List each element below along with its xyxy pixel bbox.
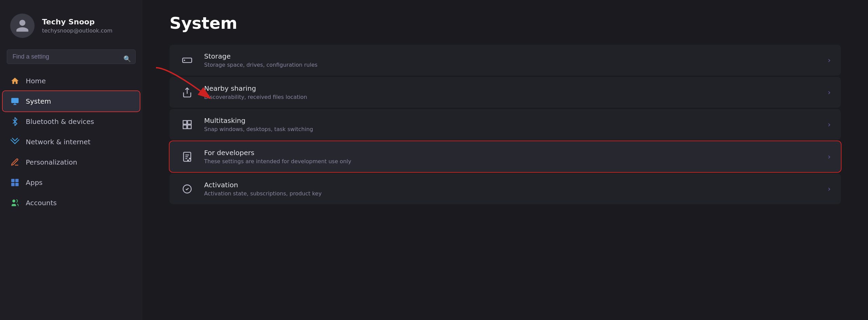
sidebar-item-home[interactable]: Home [3,71,140,91]
nearby-sharing-text: Nearby sharing Discoverability, received… [204,84,818,100]
storage-icon [180,53,195,68]
sidebar: Techy Snoop techysnoop@outlook.com 🔍 Hom… [0,0,142,320]
multitasking-icon [180,117,195,132]
sidebar-item-network[interactable]: Network & internet [3,132,140,152]
sidebar-item-accounts-label: Accounts [26,199,57,207]
sidebar-item-network-label: Network & internet [26,138,91,146]
nearby-sharing-desc: Discoverability, received files location [204,94,818,100]
setting-item-activation[interactable]: Activation Activation state, subscriptio… [170,173,841,204]
setting-item-for-developers[interactable]: For developers These settings are intend… [170,141,841,172]
svg-rect-14 [183,125,187,129]
svg-rect-0 [11,98,19,103]
activation-icon [180,182,195,196]
svg-point-7 [12,199,15,202]
multitasking-title: Multitasking [204,116,818,125]
home-svg [11,77,19,85]
accounts-icon [10,198,20,208]
bluetooth-svg [11,117,19,126]
for-developers-svg [182,151,193,162]
svg-rect-12 [183,121,187,124]
for-developers-title: For developers [204,149,818,157]
apps-svg [11,178,19,187]
sidebar-item-personalization-label: Personalization [26,158,77,166]
nav-list: Home System Bluetooth & devices [0,71,142,320]
multitasking-text: Multitasking Snap windows, desktops, tas… [204,116,818,132]
home-icon [10,76,20,86]
for-developers-text: For developers These settings are intend… [204,149,818,165]
for-developers-chevron: › [828,152,831,161]
multitasking-svg [182,119,193,130]
svg-rect-4 [15,179,19,182]
avatar [10,14,35,38]
activation-desc: Activation state, subscriptions, product… [204,190,818,197]
settings-list: Storage Storage space, drives, configura… [170,45,841,204]
network-svg [11,137,19,146]
user-info: Techy Snoop techysnoop@outlook.com [42,18,112,34]
svg-rect-5 [11,183,15,186]
user-section[interactable]: Techy Snoop techysnoop@outlook.com [0,7,142,46]
svg-rect-3 [11,179,15,182]
multitasking-chevron: › [828,120,831,129]
main-content: System Storage Storage space, drives, co… [142,0,868,218]
search-container: 🔍 [0,46,142,71]
svg-rect-6 [15,183,19,186]
svg-rect-13 [188,121,191,124]
sidebar-item-bluetooth[interactable]: Bluetooth & devices [3,111,140,132]
multitasking-desc: Snap windows, desktops, task switching [204,126,818,132]
bluetooth-icon [10,117,20,126]
sidebar-item-accounts[interactable]: Accounts [3,193,140,213]
sidebar-item-bluetooth-label: Bluetooth & devices [26,118,94,126]
main-wrapper: System Storage Storage space, drives, co… [142,0,868,320]
sidebar-item-apps[interactable]: Apps [3,172,140,193]
system-icon [10,97,20,106]
setting-item-storage[interactable]: Storage Storage space, drives, configura… [170,45,841,76]
system-svg [11,97,19,106]
user-icon [15,18,30,33]
nearby-sharing-svg [182,87,193,98]
storage-svg [182,55,193,66]
sidebar-item-system[interactable]: System [3,91,140,111]
for-developers-icon [180,149,195,164]
search-icon: 🔍 [123,55,131,62]
activation-text: Activation Activation state, subscriptio… [204,181,818,197]
activation-title: Activation [204,181,818,189]
setting-item-multitasking[interactable]: Multitasking Snap windows, desktops, tas… [170,109,841,140]
personalization-icon [10,157,20,167]
svg-point-21 [187,159,189,161]
sidebar-item-home-label: Home [26,77,46,85]
activation-chevron: › [828,185,831,193]
svg-rect-15 [188,125,191,129]
nearby-sharing-title: Nearby sharing [204,84,818,92]
sidebar-item-personalization[interactable]: Personalization [3,152,140,172]
apps-icon [10,178,20,187]
sidebar-item-apps-label: Apps [26,178,43,187]
user-name: Techy Snoop [42,18,112,26]
for-developers-desc: These settings are intended for developm… [204,158,818,165]
accounts-svg [11,198,19,207]
storage-desc: Storage space, drives, configuration rul… [204,62,818,68]
storage-title: Storage [204,52,818,60]
storage-text: Storage Storage space, drives, configura… [204,52,818,68]
storage-chevron: › [828,56,831,64]
setting-item-nearby-sharing[interactable]: Nearby sharing Discoverability, received… [170,77,841,108]
network-icon [10,137,20,147]
personalization-svg [11,158,19,167]
sidebar-item-system-label: System [26,97,51,105]
nearby-sharing-icon [180,85,195,100]
user-email: techysnoop@outlook.com [42,27,112,34]
page-title: System [170,14,841,33]
nearby-sharing-chevron: › [828,88,831,97]
activation-svg [182,184,193,194]
svg-point-20 [189,157,191,159]
search-input[interactable] [7,49,136,64]
